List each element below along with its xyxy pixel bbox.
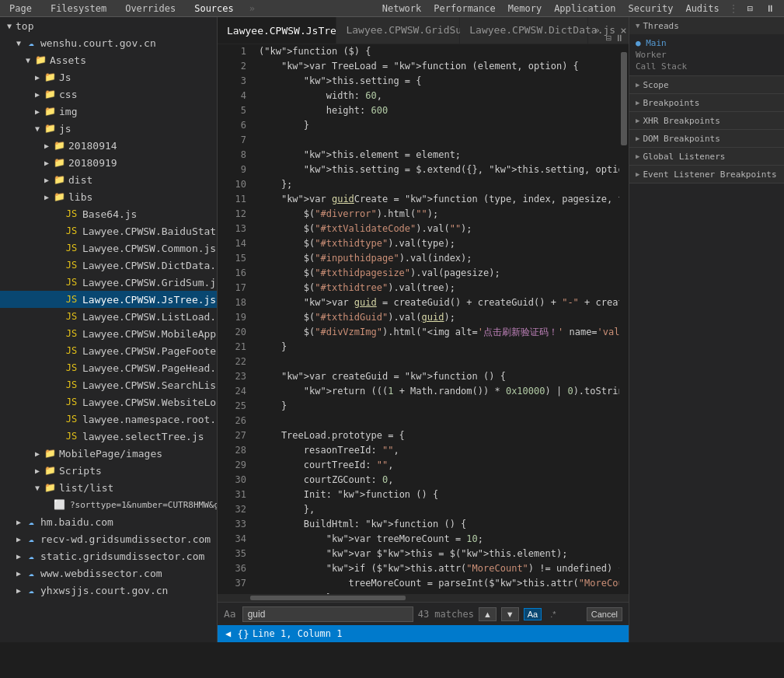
panel-toggle[interactable]: ⊟ [744, 2, 756, 16]
code-line [259, 133, 619, 148]
h-scrollbar-thumb[interactable] [250, 596, 406, 600]
line-number: 8 [218, 148, 246, 163]
code-line: } [259, 399, 619, 414]
sidebar-item-scripts[interactable]: ▶ 📁 Scripts [0, 462, 217, 479]
panel-header-global[interactable]: ▶ Global Listeners [629, 148, 784, 165]
sidebar-label-websitelog: Lawyee.CPWSW.WebsiteLog.js [82, 397, 218, 408]
panel-header-breakpoints[interactable]: ▶ Breakpoints [629, 94, 784, 111]
sidebar-item-date1[interactable]: ▶ 📁 20180914 [0, 137, 217, 154]
sidebar-item-pagehead[interactable]: JS Lawyee.CPWSW.PageHead.js [0, 359, 217, 376]
sidebar-item-css[interactable]: ▶ 📁 css [0, 86, 217, 103]
audits-tab[interactable]: Audits [682, 2, 722, 16]
pause-icon[interactable]: ⏸ [615, 33, 624, 44]
sidebar-item-date2[interactable]: ▶ 📁 20180919 [0, 154, 217, 171]
sidebar-item-static-grid[interactable]: ▶ ☁ static.gridsumdissector.com [0, 547, 217, 564]
sidebar-item-gridsum[interactable]: JS Lawyee.CPWSW.GridSum.js [0, 274, 217, 291]
panel-section-scope: ▶ Scope [629, 76, 784, 94]
more-icon[interactable]: ⋮ [729, 3, 738, 14]
code-area[interactable]: ("kw">function ($) { "kw">var TreeLoad =… [253, 44, 619, 594]
thread-item-main[interactable]: ● Main [636, 37, 778, 49]
thread-item-callstack[interactable]: Call Stack [636, 61, 778, 72]
sidebar-item-webdiss[interactable]: ▶ ☁ www.webdissector.com [0, 564, 217, 582]
code-line: $("#txthidtree").val(tree); [259, 281, 619, 295]
line-number: 36 [218, 561, 246, 576]
tab-dictdata[interactable]: Lawyee.CPWSW.DictData.js × [460, 17, 587, 44]
code-line: "kw">this.element = element; [259, 148, 619, 163]
sidebar-item-base64[interactable]: JS Base64.js [0, 205, 217, 222]
memory-tab[interactable]: Memory [505, 2, 545, 16]
sidebar-item-libs[interactable]: ▶ 📁 libs [0, 188, 217, 205]
network-tab[interactable]: Network [379, 2, 425, 16]
cancel-button[interactable]: Cancel [587, 607, 622, 621]
arrow-icon: ▶ [40, 176, 53, 184]
line-number: 12 [218, 207, 246, 222]
panel-header-xhr[interactable]: ▶ XHR Breakpoints [629, 112, 784, 129]
sidebar-label-libs: libs [68, 191, 92, 203]
sidebar-label-pagehead: Lawyee.CPWSW.PageHead.js [82, 362, 218, 374]
sidebar-item-js[interactable]: ▼ 📁 js [0, 120, 217, 137]
thread-item-worker[interactable]: Worker [636, 49, 778, 61]
sidebar-item-recv[interactable]: ▶ ☁ recv-wd.gridsumdissector.com [0, 530, 217, 547]
line-number: 20 [218, 325, 246, 340]
panel-header-event[interactable]: ▶ Event Listener Breakpoints [629, 166, 784, 183]
panel-header-threads[interactable]: ▼ Threads [629, 17, 784, 34]
sidebar-item-img[interactable]: ▶ 📁 img [0, 103, 217, 120]
sidebar-item-wenshu[interactable]: ▼ ☁ wenshu.court.gov.cn [0, 34, 217, 51]
sidebar-item-list[interactable]: ▼ 📁 list/list [0, 479, 217, 496]
find-prev-button[interactable]: ▲ [479, 607, 497, 621]
arrow-icon: ▶ [12, 535, 25, 543]
sidebar: ▼ top ▼ ☁ wenshu.court.gov.cn ▼ 📁 Assets… [0, 17, 218, 642]
sidebar-item-querystring[interactable]: ⬜ ?sorttype=1&number=CUTR8HMW&g… [0, 496, 217, 513]
arrow-icon: ▶ [31, 90, 44, 99]
sidebar-item-searchlist[interactable]: JS Lawyee.CPWSW.SearchList.js [0, 376, 217, 393]
panel-toggle-icon[interactable]: ⊟ [606, 33, 612, 44]
find-next-button[interactable]: ▼ [501, 607, 519, 621]
horizontal-scrollbar[interactable] [218, 594, 629, 602]
sidebar-item-mobileapp[interactable]: JS Lawyee.CPWSW.MobileApp.js [0, 325, 217, 342]
line-number: 21 [218, 340, 246, 355]
sidebar-item-listload[interactable]: JS Lawyee.CPWSW.ListLoad.js [0, 308, 217, 325]
arrow-icon: ▶ [636, 135, 639, 142]
panel-label-threads: Threads [643, 21, 678, 31]
sidebar-item-yhxwsjjs[interactable]: ▶ ☁ yhxwsjjs.court.gov.cn [0, 582, 217, 599]
sidebar-item-hm-baidu[interactable]: ▶ ☁ hm.baidu.com [0, 513, 217, 530]
line-number: 16 [218, 266, 246, 281]
vertical-scrollbar[interactable] [619, 44, 629, 594]
regex-button[interactable]: .* [546, 608, 559, 620]
sidebar-item-pagefooter[interactable]: JS Lawyee.CPWSW.PageFooter.js [0, 342, 217, 359]
page-tab[interactable]: Page [6, 2, 35, 16]
security-tab[interactable]: Security [625, 2, 677, 16]
panel-section-threads: ▼ Threads ● Main Worker Call Stack [629, 17, 784, 76]
sidebar-item-namespace[interactable]: JS lawyee.namespace.root.js [0, 411, 217, 428]
tab-more[interactable]: » [588, 17, 606, 44]
folder-icon: 📁 [44, 448, 56, 459]
sidebar-item-common[interactable]: JS Lawyee.CPWSW.Common.js [0, 239, 217, 257]
filesystem-tab[interactable]: Filesystem [47, 2, 110, 16]
sidebar-label-mobilepage: MobilePage/images [59, 448, 162, 460]
sidebar-item-selecttree[interactable]: JS lawyee.selectTree.js [0, 428, 217, 445]
panel-header-dom[interactable]: ▶ DOM Breakpoints [629, 130, 784, 147]
match-case-button[interactable]: Aa [524, 608, 542, 620]
sidebar-item-js-cap[interactable]: ▶ 📁 Js [0, 68, 217, 86]
tab-gridsum[interactable]: Lawyee.CPWSW.GridSum.js × [336, 17, 460, 44]
scrollbar-thumb[interactable] [621, 52, 627, 145]
sidebar-item-assets[interactable]: ▼ 📁 Assets [0, 51, 217, 68]
sidebar-item-dictdata[interactable]: JS Lawyee.CPWSW.DictData.js [0, 257, 217, 274]
pause-icon[interactable]: ⏸ [762, 2, 778, 16]
overrides-tab[interactable]: Overrides [122, 2, 179, 16]
performance-tab[interactable]: Performance [430, 2, 498, 16]
sources-tab[interactable]: Sources [191, 2, 237, 16]
sidebar-item-dist[interactable]: ▶ 📁 dist [0, 171, 217, 188]
sidebar-label-css: css [59, 89, 77, 100]
code-line: $("#txthidtype").val(type); [259, 236, 619, 251]
sidebar-item-websitelog[interactable]: JS Lawyee.CPWSW.WebsiteLog.js [0, 393, 217, 411]
sidebar-item-jstree[interactable]: JS Lawyee.CPWSW.JsTree.js [0, 291, 217, 308]
sidebar-item-baidustatic[interactable]: JS Lawyee.CPWSW.BaiduStatic.js [0, 222, 217, 239]
scroll-left-icon[interactable]: ◀ [225, 628, 231, 639]
sidebar-item-mobilepage[interactable]: ▶ 📁 MobilePage/images [0, 445, 217, 462]
application-tab[interactable]: Application [551, 2, 618, 16]
find-input[interactable] [242, 606, 413, 622]
tab-jstree[interactable]: Lawyee.CPWSW.JsTree.js × [218, 17, 336, 44]
sidebar-item-top[interactable]: ▼ top [0, 17, 217, 34]
panel-header-scope[interactable]: ▶ Scope [629, 76, 784, 93]
